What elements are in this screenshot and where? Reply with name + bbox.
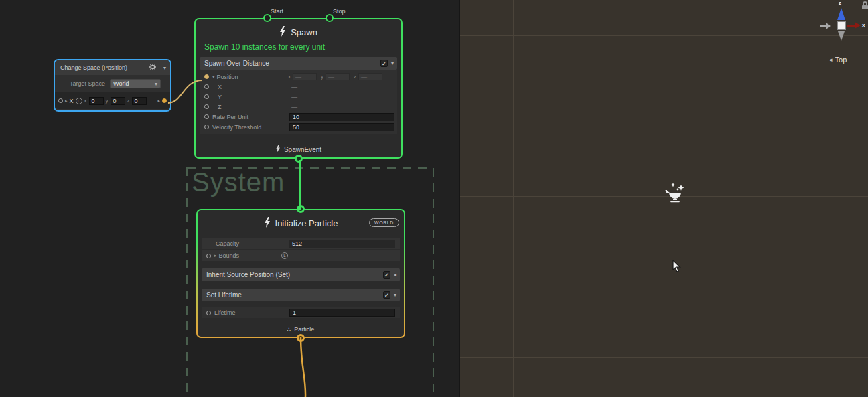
block-enabled-checkbox[interactable]: ✓ <box>383 291 390 299</box>
row-label: Y <box>218 94 222 100</box>
view-orientation-label[interactable]: ◂ Top <box>829 56 847 64</box>
system-group-title: System <box>192 167 285 197</box>
velocity-threshold-field[interactable]: 50 <box>289 123 394 131</box>
lightning-icon <box>279 26 286 39</box>
flow-output-label: Particle <box>294 326 314 333</box>
axis-label: y <box>321 74 323 80</box>
axis-label: x <box>84 98 87 104</box>
lightning-icon <box>275 145 281 154</box>
z-row: Z — <box>200 102 397 112</box>
chevron-down-icon[interactable]: ▾ <box>391 60 394 66</box>
row-value: — <box>291 94 297 100</box>
position-output-port[interactable] <box>162 98 167 103</box>
row-label: Lifetime <box>214 309 236 316</box>
axis-label: z <box>354 74 356 80</box>
row-label: Rate Per Unit <box>212 114 248 121</box>
triangle-right-icon: ▸ <box>65 98 68 104</box>
x-row: X — <box>200 82 397 92</box>
y-row: Y — <box>200 92 397 102</box>
z-value-field[interactable]: 0 <box>132 97 147 105</box>
spawn-output-port[interactable] <box>295 155 303 163</box>
vfx-graph-panel[interactable]: System Change Space (Position) ▾ Target … <box>0 0 459 397</box>
chevron-down-icon[interactable]: ▾ <box>163 65 166 71</box>
z-input-port[interactable] <box>204 104 209 109</box>
flow-input-port-start[interactable] <box>263 14 271 22</box>
axis-label: z <box>127 98 130 104</box>
rate-per-unit-field[interactable]: 10 <box>289 113 394 121</box>
change-space-node[interactable]: Change Space (Position) ▾ Target Space W… <box>54 59 171 112</box>
mouse-cursor <box>672 260 682 276</box>
lifetime-field[interactable]: 1 <box>289 309 395 317</box>
rate-per-unit-row: Rate Per Unit 10 <box>200 112 397 122</box>
node-title: Change Space (Position) <box>60 64 127 71</box>
flow-input-port-stop[interactable] <box>326 14 334 22</box>
particle-icon: ∴ <box>287 326 291 333</box>
block-header-set-lifetime[interactable]: Set Lifetime ✓ ▾ <box>202 289 400 301</box>
triangle-down-icon[interactable]: ▾ <box>212 74 215 80</box>
row-label: Position <box>217 74 238 80</box>
input-label: X <box>70 98 74 104</box>
gizmo-z-axis-cone[interactable] <box>837 8 845 20</box>
y-value-field[interactable]: 0 <box>111 97 125 105</box>
x-input-port[interactable] <box>58 98 63 103</box>
block-header-inherit-source-position[interactable]: Inherit Source Position (Set) ✓ ◂ <box>202 268 400 281</box>
spawn-note: Spawn 10 instances for every unit <box>204 42 401 52</box>
particle-output-port[interactable] <box>297 334 305 342</box>
triangle-right-icon[interactable]: ▸ <box>214 253 217 258</box>
gizmo-center-cube[interactable] <box>837 21 846 30</box>
gizmo-x-axis-cone[interactable] <box>855 22 861 29</box>
y-field: — <box>326 73 350 80</box>
context-title: Initialize Particle <box>275 218 338 228</box>
block-enabled-checkbox[interactable]: ✓ <box>380 60 388 67</box>
scene-view-panel[interactable]: z x ◂ Top <box>459 0 868 397</box>
chevron-down-icon[interactable]: ▾ <box>394 292 396 298</box>
velocity-threshold-row: Velocity Threshold 50 <box>200 122 397 132</box>
bounds-row: ▸ Bounds L <box>202 250 400 261</box>
spawn-context-node[interactable]: Start Stop Spawn Spawn 10 instances for … <box>194 18 403 159</box>
velocity-threshold-port[interactable] <box>204 125 209 129</box>
target-space-dropdown[interactable]: World ▾ <box>110 79 161 88</box>
block-header-spawn-over-distance[interactable]: Spawn Over Distance ✓ ▾ <box>200 57 397 70</box>
row-label: Bounds <box>219 252 240 259</box>
gizmo-left-axis-cone[interactable] <box>826 23 831 29</box>
triangle-right-icon: ▸ <box>157 98 160 104</box>
bounds-input-port[interactable] <box>206 254 211 258</box>
visual-effect-gizmo-icon[interactable] <box>664 182 686 208</box>
x-field: — <box>293 73 317 80</box>
y-input-port[interactable] <box>204 94 209 99</box>
z-field: — <box>358 73 382 80</box>
position-row: ▾ Position x— y— z— <box>200 72 397 82</box>
space-toggle-icon[interactable]: L <box>76 98 82 104</box>
x-value-field[interactable]: 0 <box>89 97 104 105</box>
rate-per-unit-port[interactable] <box>204 114 209 119</box>
block-enabled-checkbox[interactable]: ✓ <box>383 271 390 279</box>
position-input-port[interactable] <box>204 74 209 79</box>
row-label: Capacity <box>216 240 239 247</box>
axis-label: x <box>288 74 291 80</box>
gear-icon[interactable] <box>149 64 156 72</box>
chevron-down-icon: ▾ <box>155 81 157 87</box>
lifetime-row: Lifetime 1 <box>202 307 400 318</box>
capacity-row: Capacity 512 <box>202 238 400 249</box>
lightning-icon <box>264 217 271 230</box>
chevron-collapsed-icon[interactable]: ◂ <box>394 272 396 278</box>
gizmo-left-axis-line <box>820 25 826 27</box>
row-value: — <box>291 84 297 90</box>
lock-icon[interactable] <box>862 1 868 10</box>
gizmo-x-axis-label: x <box>862 22 865 28</box>
axis-label: y <box>106 98 108 104</box>
space-toggle-icon[interactable]: L <box>281 252 288 259</box>
lifetime-input-port[interactable] <box>206 311 211 315</box>
row-label: Velocity Threshold <box>212 124 261 131</box>
flow-input-label-start: Start <box>271 8 283 15</box>
gizmo-z-axis-label: z <box>839 0 841 6</box>
capacity-field[interactable]: 512 <box>289 240 395 248</box>
initialize-input-port[interactable] <box>297 205 305 213</box>
initialize-particle-node[interactable]: Initialize Particle WORLD Capacity 512 ▸… <box>196 209 405 338</box>
gizmo-down-axis-cone[interactable] <box>838 31 845 41</box>
flow-input-label-stop: Stop <box>333 8 346 15</box>
x-input-port[interactable] <box>204 84 209 89</box>
edge-initialize-to-update[interactable] <box>301 337 305 397</box>
row-value: — <box>291 104 297 110</box>
space-badge[interactable]: WORLD <box>369 218 399 227</box>
